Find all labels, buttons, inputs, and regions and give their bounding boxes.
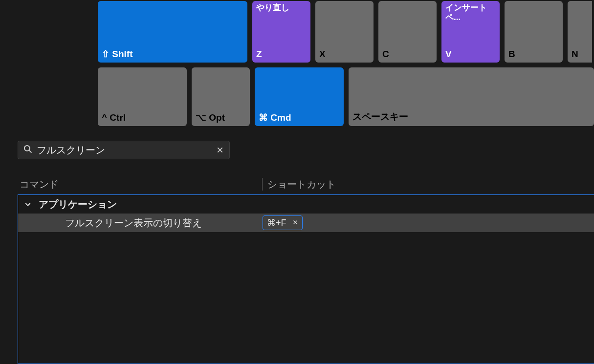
svg-line-1 [29, 150, 32, 153]
key-x[interactable]: X [315, 1, 374, 63]
key-action-label: インサートペ... [445, 3, 497, 22]
key-label: X [319, 49, 370, 60]
key-label: ^ Ctrl [102, 112, 183, 123]
keyboard-area: ⇧ Shift やり直し Z X C インサートペ... V B N [98, 1, 594, 131]
key-label: V [445, 49, 496, 60]
key-space[interactable]: スペースキー [349, 67, 594, 126]
group-label: アプリケーション [39, 198, 117, 211]
key-b[interactable]: B [505, 1, 563, 63]
key-cmd[interactable]: ⌘ Cmd [255, 67, 344, 126]
column-command[interactable]: コマンド [20, 178, 262, 191]
column-shortcut[interactable]: ショートカット [267, 178, 594, 191]
clear-search-icon[interactable] [215, 145, 225, 155]
chevron-down-icon[interactable] [24, 200, 32, 208]
command-row[interactable]: フルスクリーン表示の切り替え ⌘+F [18, 214, 594, 232]
key-label: N [572, 49, 588, 60]
command-list[interactable]: アプリケーション フルスクリーン表示の切り替え ⌘+F [18, 194, 594, 364]
command-name: フルスクリーン表示の切り替え [65, 216, 263, 230]
key-label: ⌥ Opt [196, 112, 246, 123]
key-z[interactable]: やり直し Z [252, 1, 310, 63]
key-label: B [508, 49, 559, 60]
key-action-label: やり直し [256, 3, 308, 13]
shortcut-chip[interactable]: ⌘+F [263, 215, 303, 230]
key-opt[interactable]: ⌥ Opt [192, 67, 250, 126]
key-label: Z [256, 49, 307, 60]
key-c[interactable]: C [378, 1, 437, 63]
key-label: スペースキー [352, 110, 590, 123]
search-input[interactable] [34, 145, 215, 156]
group-row-application[interactable]: アプリケーション [18, 195, 594, 214]
remove-shortcut-icon[interactable] [292, 218, 298, 227]
key-n[interactable]: N [568, 1, 592, 63]
shortcut-text: ⌘+F [267, 217, 286, 228]
search-box[interactable] [18, 141, 230, 159]
key-label: ⇧ Shift [102, 48, 243, 60]
table-header: コマンド ショートカット [20, 177, 594, 192]
search-icon [23, 144, 34, 156]
key-label: C [382, 49, 433, 60]
svg-point-0 [24, 146, 30, 151]
key-v[interactable]: インサートペ... V [441, 1, 500, 63]
key-shift[interactable]: ⇧ Shift [98, 1, 247, 63]
key-label: ⌘ Cmd [259, 112, 340, 123]
column-divider[interactable] [262, 178, 263, 191]
key-ctrl[interactable]: ^ Ctrl [98, 67, 187, 126]
